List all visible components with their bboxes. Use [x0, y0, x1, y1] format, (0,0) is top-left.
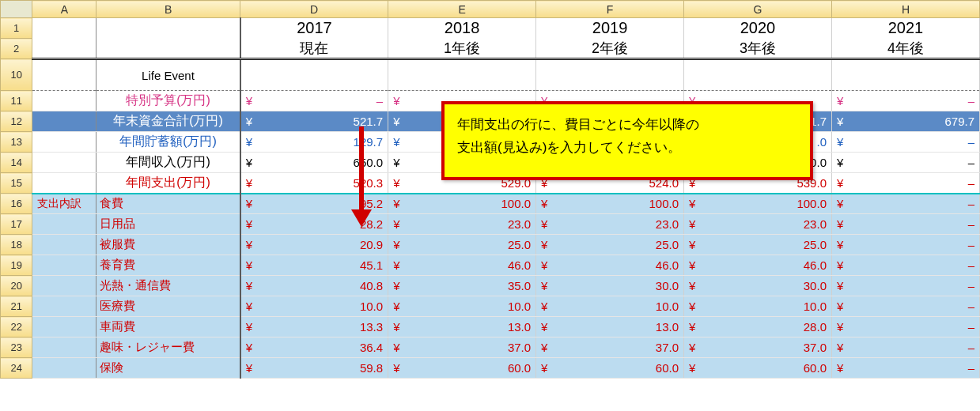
cell-A-annual-expense[interactable]	[32, 173, 96, 194]
spreadsheet[interactable]: A B D E F G H 1201720182019202020212現在1年…	[0, 0, 980, 379]
cell-breakdown-0-H[interactable]: ¥–	[831, 194, 979, 214]
cell-breakdown-3-E[interactable]: ¥46.0	[388, 255, 536, 276]
label-fund[interactable]: 年末資金合計(万円)	[96, 111, 240, 132]
cell-breakdown-5-F[interactable]: ¥10.0	[536, 296, 684, 317]
cell-breakdown-5-E[interactable]: ¥10.0	[388, 296, 536, 317]
breakdown-label-5[interactable]: 医療費	[96, 296, 240, 317]
life-event-H[interactable]	[831, 59, 979, 91]
cell-breakdown-8-G[interactable]: ¥60.0	[684, 358, 832, 379]
row-header-19[interactable]: 19	[1, 255, 32, 276]
col-header-B[interactable]: B	[96, 1, 240, 18]
cell-breakdown-2-D[interactable]: ¥20.9	[240, 235, 388, 255]
breakdown-header-cell-2[interactable]	[32, 235, 96, 255]
cell-annual-savings-H[interactable]: ¥–	[831, 132, 979, 153]
select-all-corner[interactable]	[1, 1, 32, 18]
breakdown-header-cell-5[interactable]	[32, 296, 96, 317]
cell-breakdown-1-E[interactable]: ¥23.0	[388, 214, 536, 235]
cell-special-budget-H[interactable]: ¥–	[831, 91, 979, 111]
breakdown-label-1[interactable]: 日用品	[96, 214, 240, 235]
cell-A2[interactable]	[32, 39, 96, 59]
cell-breakdown-8-D[interactable]: ¥59.8	[240, 358, 388, 379]
cell-breakdown-5-D[interactable]: ¥10.0	[240, 296, 388, 317]
breakdown-header-cell-3[interactable]	[32, 255, 96, 276]
cell-breakdown-2-H[interactable]: ¥–	[831, 235, 979, 255]
col-header-G[interactable]: G	[684, 1, 832, 18]
cell-breakdown-7-D[interactable]: ¥36.4	[240, 337, 388, 358]
cell-breakdown-1-F[interactable]: ¥23.0	[536, 214, 684, 235]
row-header-13[interactable]: 13	[1, 132, 32, 153]
cell-breakdown-7-E[interactable]: ¥37.0	[388, 337, 536, 358]
cell-B2[interactable]	[96, 39, 240, 59]
year-F[interactable]: 2019	[536, 18, 684, 39]
life-event-E[interactable]	[388, 59, 536, 91]
cell-breakdown-4-G[interactable]: ¥30.0	[684, 276, 832, 296]
breakdown-header-cell-6[interactable]	[32, 317, 96, 337]
col-header-F[interactable]: F	[536, 1, 684, 18]
cell-breakdown-4-D[interactable]: ¥40.8	[240, 276, 388, 296]
cell-annual-expense-H[interactable]: ¥–	[831, 173, 979, 194]
year-D[interactable]: 2017	[240, 18, 388, 39]
cell-breakdown-8-H[interactable]: ¥–	[831, 358, 979, 379]
row-header-14[interactable]: 14	[1, 153, 32, 173]
cell-breakdown-6-G[interactable]: ¥28.0	[684, 317, 832, 337]
cell-breakdown-5-H[interactable]: ¥–	[831, 296, 979, 317]
cell-breakdown-8-F[interactable]: ¥60.0	[536, 358, 684, 379]
cell-special-budget-D[interactable]: ¥–	[240, 91, 388, 111]
column-header-row[interactable]: A B D E F G H	[1, 1, 980, 18]
period-D[interactable]: 現在	[240, 39, 388, 59]
cell-breakdown-3-D[interactable]: ¥45.1	[240, 255, 388, 276]
cell-breakdown-8-E[interactable]: ¥60.0	[388, 358, 536, 379]
breakdown-label-3[interactable]: 養育費	[96, 255, 240, 276]
label-special-budget[interactable]: 特別予算(万円)	[96, 91, 240, 111]
col-header-E[interactable]: E	[388, 1, 536, 18]
row-header-17[interactable]: 17	[1, 214, 32, 235]
life-event-D[interactable]	[240, 59, 388, 91]
cell-breakdown-2-G[interactable]: ¥25.0	[684, 235, 832, 255]
row-header-21[interactable]: 21	[1, 296, 32, 317]
row-header-10[interactable]: 10	[1, 59, 32, 91]
cell-A-annual-income[interactable]	[32, 153, 96, 173]
period-E[interactable]: 1年後	[388, 39, 536, 59]
cell-fund-H[interactable]: ¥679.7	[831, 111, 979, 132]
cell-A-annual-savings[interactable]	[32, 132, 96, 153]
life-event-F[interactable]	[536, 59, 684, 91]
breakdown-header-cell-7[interactable]	[32, 337, 96, 358]
label-annual-savings[interactable]: 年間貯蓄額(万円)	[96, 132, 240, 153]
breakdown-label-7[interactable]: 趣味・レジャー費	[96, 337, 240, 358]
year-H[interactable]: 2021	[831, 18, 979, 39]
row-header-22[interactable]: 22	[1, 317, 32, 337]
row-header-1[interactable]: 1	[1, 18, 32, 39]
cell-breakdown-7-G[interactable]: ¥37.0	[684, 337, 832, 358]
cell-breakdown-1-G[interactable]: ¥23.0	[684, 214, 832, 235]
period-F[interactable]: 2年後	[536, 39, 684, 59]
cell-breakdown-4-E[interactable]: ¥35.0	[388, 276, 536, 296]
breakdown-header-cell-0[interactable]: 支出内訳	[32, 194, 96, 214]
row-header-16[interactable]: 16	[1, 194, 32, 214]
row-header-20[interactable]: 20	[1, 276, 32, 296]
period-H[interactable]: 4年後	[831, 39, 979, 59]
cell-breakdown-3-G[interactable]: ¥46.0	[684, 255, 832, 276]
cell-breakdown-0-F[interactable]: ¥100.0	[536, 194, 684, 214]
cell-breakdown-1-H[interactable]: ¥–	[831, 214, 979, 235]
cell-B1[interactable]	[96, 18, 240, 39]
cell-breakdown-2-E[interactable]: ¥25.0	[388, 235, 536, 255]
cell-breakdown-5-G[interactable]: ¥10.0	[684, 296, 832, 317]
cell-breakdown-7-H[interactable]: ¥–	[831, 337, 979, 358]
cell-breakdown-6-H[interactable]: ¥–	[831, 317, 979, 337]
cell-breakdown-6-E[interactable]: ¥13.0	[388, 317, 536, 337]
row-header-2[interactable]: 2	[1, 39, 32, 59]
year-G[interactable]: 2020	[684, 18, 832, 39]
cell-breakdown-0-E[interactable]: ¥100.0	[388, 194, 536, 214]
life-event-G[interactable]	[684, 59, 832, 91]
breakdown-label-0[interactable]: 食費	[96, 194, 240, 214]
cell-A-fund[interactable]	[32, 111, 96, 132]
col-header-A[interactable]: A	[32, 1, 96, 18]
row-header-11[interactable]: 11	[1, 91, 32, 111]
life-event-label[interactable]: Life Event	[96, 59, 240, 91]
breakdown-label-8[interactable]: 保険	[96, 358, 240, 379]
cell-breakdown-6-D[interactable]: ¥13.3	[240, 317, 388, 337]
breakdown-label-4[interactable]: 光熱・通信費	[96, 276, 240, 296]
label-annual-income[interactable]: 年間収入(万円)	[96, 153, 240, 173]
cell-breakdown-4-H[interactable]: ¥–	[831, 276, 979, 296]
year-E[interactable]: 2018	[388, 18, 536, 39]
